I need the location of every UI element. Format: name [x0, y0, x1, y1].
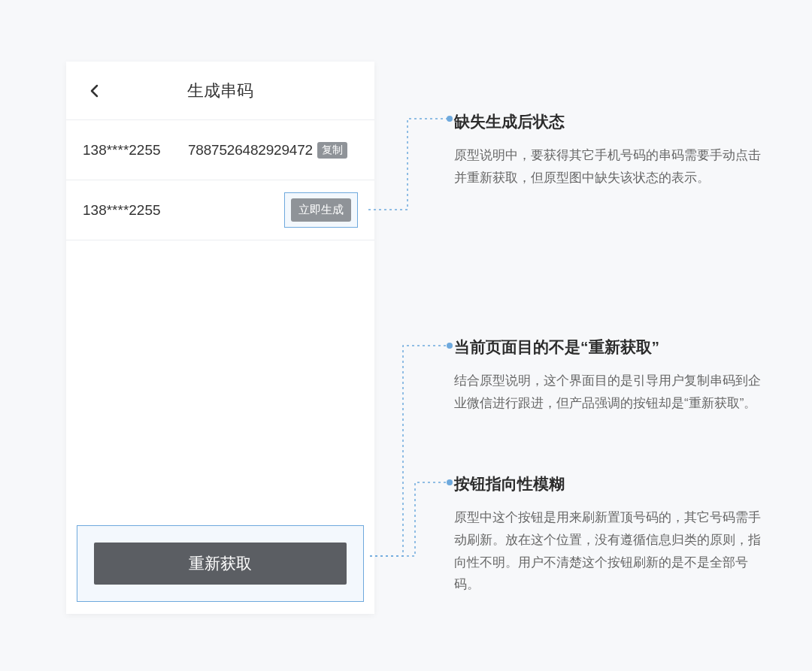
annotation-3: 按钮指向性模糊 原型中这个按钮是用来刷新置顶号码的，其它号码需手动刷新。放在这个… — [454, 473, 764, 596]
refresh-button[interactable]: 重新获取 — [94, 543, 347, 585]
copy-button[interactable]: 复制 — [317, 142, 347, 159]
annotation-title: 当前页面目的不是“重新获取” — [454, 337, 764, 358]
svg-point-0 — [447, 116, 453, 122]
annotation-title: 按钮指向性模糊 — [454, 473, 764, 494]
connector-line-3 — [370, 476, 454, 564]
refresh-highlight-box: 重新获取 — [77, 525, 364, 602]
phone-mockup: 生成串码 138****2255 7887526482929472 复制 138… — [66, 62, 374, 614]
code-row: 138****2255 立即生成 — [66, 180, 374, 240]
svg-point-1 — [447, 343, 453, 349]
code-value: 7887526482929472 — [188, 142, 313, 159]
annotation-1: 缺失生成后状态 原型说明中，要获得其它手机号码的串码需要手动点击并重新获取，但原… — [454, 111, 764, 189]
phone-number: 138****2255 — [83, 142, 188, 159]
annotation-title: 缺失生成后状态 — [454, 111, 764, 132]
back-icon[interactable] — [87, 83, 102, 98]
generate-highlight-box: 立即生成 — [284, 192, 358, 228]
code-row: 138****2255 7887526482929472 复制 — [66, 120, 374, 180]
phone-header: 生成串码 — [66, 62, 374, 120]
annotation-body: 原型中这个按钮是用来刷新置顶号码的，其它号码需手动刷新。放在这个位置，没有遵循信… — [454, 506, 764, 596]
annotation-2: 当前页面目的不是“重新获取” 结合原型说明，这个界面目的是引导用户复制串码到企业… — [454, 337, 764, 415]
page-title: 生成串码 — [84, 80, 356, 102]
annotation-body: 结合原型说明，这个界面目的是引导用户复制串码到企业微信进行跟进，但产品强调的按钮… — [454, 370, 764, 415]
connector-line-1 — [368, 113, 454, 218]
phone-number: 138****2255 — [83, 202, 188, 219]
svg-point-2 — [447, 479, 453, 485]
annotation-body: 原型说明中，要获得其它手机号码的串码需要手动点击并重新获取，但原型图中缺失该状态… — [454, 144, 764, 189]
connector-line-2 — [370, 340, 454, 565]
generate-button[interactable]: 立即生成 — [291, 198, 351, 222]
